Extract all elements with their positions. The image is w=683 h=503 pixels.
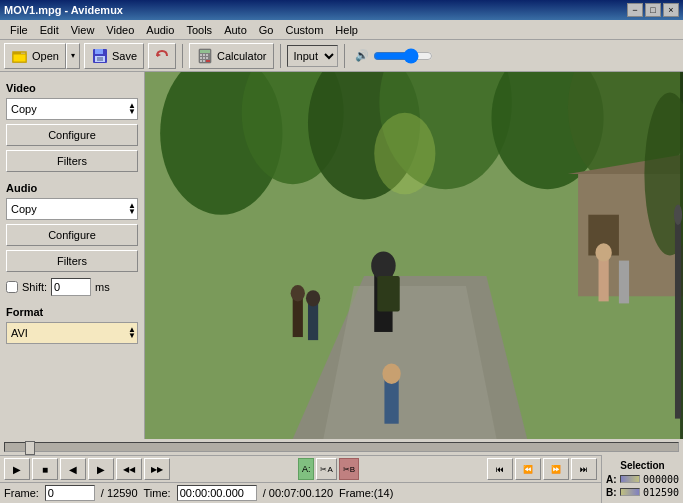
duration: / 00:07:00.120	[263, 487, 333, 499]
audio-codec-wrapper: Copy MP3 AAC ▲▼	[6, 198, 138, 220]
video-area	[145, 72, 683, 439]
seek-bar[interactable]	[4, 442, 679, 452]
save-button[interactable]: Save	[84, 43, 144, 69]
mark-a-button[interactable]: A:	[298, 458, 315, 480]
menu-help[interactable]: Help	[329, 22, 364, 38]
goto-start-button[interactable]: ⏮	[487, 458, 513, 480]
frame-label: Frame:	[4, 487, 39, 499]
fast-forward-button[interactable]: ▶▶	[144, 458, 170, 480]
menu-edit[interactable]: Edit	[34, 22, 65, 38]
video-codec-wrapper: Copy MPEG-4 ASP MPEG-4 AVC ▲▼	[6, 98, 138, 120]
menu-audio[interactable]: Audio	[140, 22, 180, 38]
audio-configure-button[interactable]: Configure	[6, 224, 138, 246]
close-button[interactable]: ×	[663, 3, 679, 17]
volume-slider[interactable]	[373, 51, 433, 61]
shift-input[interactable]	[51, 278, 91, 296]
menu-video[interactable]: Video	[100, 22, 140, 38]
title-bar: MOV1.mpg - Avidemux − □ ×	[0, 0, 683, 20]
menu-custom[interactable]: Custom	[279, 22, 329, 38]
input-select[interactable]: Input	[287, 45, 338, 67]
selection-a-value: 000000	[643, 474, 679, 485]
selection-b-slider[interactable]	[620, 488, 640, 496]
calculator-button[interactable]: Calculator	[189, 43, 274, 69]
svg-rect-44	[675, 215, 681, 419]
time-input[interactable]	[177, 485, 257, 501]
left-panel: Video Copy MPEG-4 ASP MPEG-4 AVC ▲▼ Conf…	[0, 72, 145, 439]
toolbar-separator-2	[280, 44, 281, 68]
seek-thumb[interactable]	[25, 441, 35, 455]
volume-area: 🔊	[355, 49, 433, 62]
seek-bar-row	[0, 439, 683, 455]
menu-tools[interactable]: Tools	[180, 22, 218, 38]
selection-title: Selection	[606, 460, 679, 471]
video-codec-select[interactable]: Copy MPEG-4 ASP MPEG-4 AVC	[6, 98, 138, 120]
menu-go[interactable]: Go	[253, 22, 280, 38]
video-section-label: Video	[6, 82, 138, 94]
selection-b-row: B: 012590	[606, 487, 679, 498]
calculator-icon	[196, 47, 214, 65]
next-key-button[interactable]: ⏩	[543, 458, 569, 480]
stop-button[interactable]: ■	[32, 458, 58, 480]
status-main: ▶ ■ ◀ ▶ ◀◀ ▶▶ A: ✂A ✂B	[0, 455, 601, 503]
undo-button[interactable]	[148, 43, 176, 69]
toolbar-separator-3	[344, 44, 345, 68]
svg-point-40	[595, 243, 611, 261]
save-icon	[91, 47, 109, 65]
maximize-button[interactable]: □	[645, 3, 661, 17]
window-title: MOV1.mpg - Avidemux	[4, 4, 123, 16]
video-configure-button[interactable]: Configure	[6, 124, 138, 146]
video-filters-button[interactable]: Filters	[6, 150, 138, 172]
svg-point-45	[674, 205, 682, 225]
time-label: Time:	[144, 487, 171, 499]
menu-file[interactable]: File	[4, 22, 34, 38]
format-select[interactable]: AVI MKV MP4	[6, 322, 138, 344]
rewind-button[interactable]: ◀◀	[116, 458, 142, 480]
main-content: Video Copy MPEG-4 ASP MPEG-4 AVC ▲▼ Conf…	[0, 72, 683, 439]
shift-checkbox[interactable]	[6, 281, 18, 293]
svg-rect-46	[384, 378, 398, 424]
svg-rect-10	[200, 54, 202, 56]
transport-buttons: ▶ ■ ◀ ▶ ◀◀ ▶▶	[4, 458, 170, 480]
cut-b-button[interactable]: ✂B	[339, 458, 359, 480]
prev-frame-button[interactable]: ◀	[60, 458, 86, 480]
next-frame-button[interactable]: ▶	[88, 458, 114, 480]
svg-rect-34	[377, 276, 399, 312]
menu-auto[interactable]: Auto	[218, 22, 253, 38]
prev-key-button[interactable]: ⏪	[515, 458, 541, 480]
svg-rect-41	[619, 261, 629, 304]
svg-rect-39	[599, 256, 609, 302]
audio-section-label: Audio	[6, 182, 138, 194]
svg-rect-13	[200, 57, 202, 59]
shift-row: Shift: ms	[6, 278, 138, 296]
goto-end-button[interactable]: ⏭	[571, 458, 597, 480]
shift-label: Shift:	[22, 281, 47, 293]
svg-point-38	[306, 290, 320, 306]
status-row: Frame: / 12590 Time: / 00:07:00.120 Fram…	[0, 482, 601, 503]
window-controls: − □ ×	[627, 3, 679, 17]
open-dropdown-arrow[interactable]: ▾	[66, 43, 80, 69]
bottom-wrapper: ▶ ■ ◀ ▶ ◀◀ ▶▶ A: ✂A ✂B	[0, 439, 683, 503]
play-button[interactable]: ▶	[4, 458, 30, 480]
selection-b-label: B:	[606, 487, 617, 498]
frame-info: Frame:(14)	[339, 487, 393, 499]
frame-input[interactable]	[45, 485, 95, 501]
format-wrapper: AVI MKV MP4 ▲▼	[6, 322, 138, 344]
audio-filters-button[interactable]: Filters	[6, 250, 138, 272]
audio-codec-select[interactable]: Copy MP3 AAC	[6, 198, 138, 220]
save-label: Save	[112, 50, 137, 62]
video-scene	[145, 72, 683, 439]
selection-a-row: A: 000000	[606, 474, 679, 485]
toolbar-separator-1	[182, 44, 183, 68]
svg-rect-6	[97, 57, 103, 61]
shift-unit: ms	[95, 281, 110, 293]
cut-a-button[interactable]: ✂A	[316, 458, 336, 480]
ab-buttons: A: ✂A ✂B	[298, 458, 359, 480]
selection-a-label: A:	[606, 474, 617, 485]
minimize-button[interactable]: −	[627, 3, 643, 17]
svg-rect-9	[200, 50, 210, 53]
open-button[interactable]: Open	[4, 43, 66, 69]
svg-point-47	[382, 364, 400, 384]
selection-a-slider[interactable]	[620, 475, 640, 483]
menu-view[interactable]: View	[65, 22, 101, 38]
svg-rect-17	[203, 60, 205, 62]
